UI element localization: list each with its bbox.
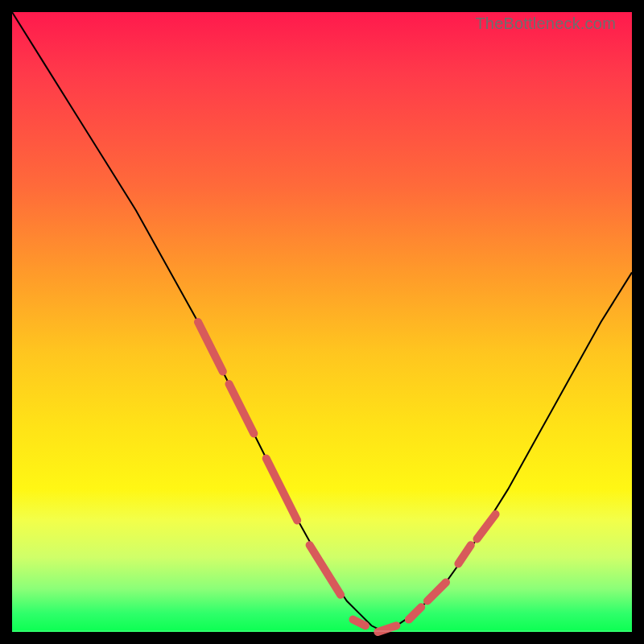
marker-dash [427, 582, 446, 601]
chart-svg [12, 12, 632, 632]
marker-dash [353, 620, 365, 626]
chart-frame: TheBottleneck.com [0, 0, 644, 644]
curve-line [12, 12, 632, 632]
marker-segments [198, 322, 496, 632]
marker-dash [310, 545, 341, 595]
marker-dash [458, 545, 470, 564]
marker-dash [266, 458, 298, 520]
marker-dash [477, 514, 496, 539]
marker-dash [229, 384, 254, 434]
marker-dash [409, 607, 421, 619]
chart-plot-area: TheBottleneck.com [12, 12, 632, 632]
chart-baseline [12, 630, 632, 632]
marker-dash [198, 322, 223, 372]
